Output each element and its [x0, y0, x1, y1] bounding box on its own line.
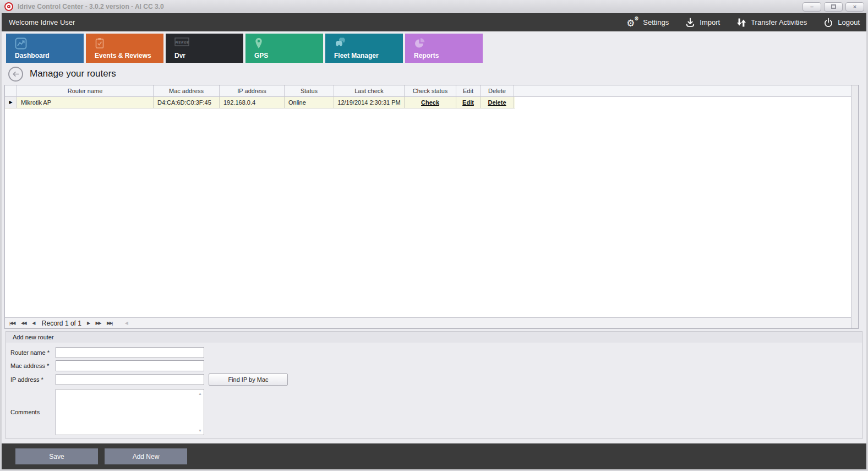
- svg-text:MERGE: MERGE: [175, 40, 189, 44]
- welcome-text: Welcome Idrive User: [9, 18, 75, 26]
- map-pin-icon: [254, 37, 263, 51]
- column-header-status[interactable]: Status: [285, 85, 334, 96]
- close-button[interactable]: ×: [845, 2, 864, 12]
- maximize-icon: [831, 4, 836, 9]
- vehicles-icon: [334, 37, 348, 50]
- ip-address-row: IP address * Find IP by Mac: [10, 373, 862, 386]
- scroll-down-icon[interactable]: ▼: [198, 429, 202, 432]
- line-chart-icon: [15, 37, 27, 52]
- grid-header-row: Router name Mac address IP address Statu…: [5, 85, 851, 97]
- table-row[interactable]: ▶ Mikrotik AP D4:CA:6D:C0:3F:45 192.168.…: [5, 97, 515, 109]
- close-icon: ×: [853, 4, 856, 10]
- column-header-edit[interactable]: Edit: [456, 85, 481, 96]
- check-link[interactable]: Check: [421, 99, 439, 106]
- comments-textarea-wrap: ▲ ▼: [56, 389, 204, 435]
- vertical-scrollbar[interactable]: [851, 85, 858, 328]
- cell-router-name: Mikrotik AP: [17, 97, 154, 108]
- cell-edit: Edit: [456, 97, 481, 108]
- column-header-indicator: [5, 85, 17, 96]
- delete-link[interactable]: Delete: [488, 99, 506, 106]
- tile-fleet-manager[interactable]: Fleet Manager: [325, 34, 403, 63]
- save-button[interactable]: Save: [15, 448, 98, 464]
- top-bar-actions: ⚙⚙ Settings Import Transfer Activities: [626, 17, 860, 28]
- pager-last-button[interactable]: ▶▶|: [107, 321, 112, 326]
- app-window: Idrive Control Center - 3.0.2 version - …: [0, 0, 868, 471]
- tile-dvr[interactable]: MERGE Dvr: [166, 34, 243, 63]
- edit-link[interactable]: Edit: [462, 99, 474, 106]
- cell-mac-address: D4:CA:6D:C0:3F:45: [154, 97, 220, 108]
- maximize-button[interactable]: [824, 2, 843, 12]
- app-logo-inner: [7, 5, 10, 8]
- add-router-groupbox: Add new router Router name * Mac address…: [6, 331, 862, 439]
- dvr-device-icon: MERGE: [174, 37, 189, 48]
- transfer-activities-button[interactable]: Transfer Activities: [736, 18, 807, 28]
- column-header-ip-address[interactable]: IP address: [220, 85, 285, 96]
- router-name-row: Router name *: [10, 347, 862, 358]
- column-header-check-status[interactable]: Check status: [405, 85, 456, 96]
- window-controls: – ×: [803, 2, 864, 12]
- comments-row: Comments ▲ ▼: [10, 389, 862, 435]
- scroll-up-icon[interactable]: ▲: [198, 392, 202, 396]
- ip-address-input[interactable]: [56, 374, 204, 385]
- comments-textarea[interactable]: [56, 389, 204, 435]
- groupbox-title: Add new router: [6, 332, 862, 343]
- hscroll-left-icon[interactable]: ◀: [125, 321, 128, 326]
- tile-dashboard-label: Dashboard: [15, 52, 50, 59]
- mac-address-label: Mac address *: [10, 362, 56, 369]
- cell-status: Online: [285, 97, 334, 108]
- form-section: Add new router Router name * Mac address…: [2, 329, 866, 443]
- page-title: Manage your routers: [30, 68, 116, 79]
- router-name-input[interactable]: [56, 347, 204, 358]
- column-header-router-name[interactable]: Router name: [17, 85, 154, 96]
- cell-delete: Delete: [481, 97, 514, 108]
- tile-reports-label: Reports: [414, 52, 439, 59]
- record-navigator: |◀◀ ◀◀ ◀ Record 1 of 1 ▶ ▶▶ ▶▶| ◀: [5, 317, 851, 328]
- column-header-filler: [514, 85, 851, 96]
- pager-record-text: Record 1 of 1: [42, 320, 81, 327]
- title-bar: Idrive Control Center - 3.0.2 version - …: [0, 0, 868, 13]
- grid-empty-area: [5, 109, 851, 317]
- app-logo-icon: [4, 2, 13, 11]
- cell-last-check: 12/19/2014 2:30:31 PM: [334, 97, 405, 108]
- mac-address-input[interactable]: [56, 360, 204, 371]
- minimize-icon: –: [810, 4, 814, 10]
- nav-tiles: Dashboard Events & Reviews MERGE Dvr GPS: [2, 31, 866, 63]
- tile-dashboard[interactable]: Dashboard: [6, 34, 84, 63]
- settings-button[interactable]: ⚙⚙ Settings: [626, 17, 669, 28]
- column-header-mac-address[interactable]: Mac address: [154, 85, 220, 96]
- logout-label: Logout: [838, 18, 860, 26]
- import-button[interactable]: Import: [685, 18, 720, 28]
- pie-chart-icon: [414, 37, 425, 51]
- transfer-activities-label: Transfer Activities: [751, 18, 807, 26]
- gears-icon: ⚙⚙: [626, 17, 638, 28]
- pager-next-page-button[interactable]: ▶▶: [96, 321, 101, 326]
- back-arrow-icon: [12, 70, 20, 78]
- pager-prev-button[interactable]: ◀: [32, 321, 35, 326]
- cell-check-status: Check: [405, 97, 456, 108]
- add-new-button[interactable]: Add New: [105, 448, 187, 464]
- footer-bar: Save Add New: [2, 443, 866, 469]
- window-title: Idrive Control Center - 3.0.2 version - …: [18, 3, 803, 10]
- pager-prev-page-button[interactable]: ◀◀: [21, 321, 26, 326]
- logout-button[interactable]: Logout: [823, 18, 860, 28]
- tile-reports[interactable]: Reports: [405, 34, 483, 63]
- power-icon: [823, 18, 833, 28]
- back-button[interactable]: [8, 67, 23, 82]
- row-indicator-cell: ▶: [5, 97, 17, 108]
- find-ip-by-mac-button[interactable]: Find IP by Mac: [209, 373, 288, 386]
- tile-gps[interactable]: GPS: [245, 34, 323, 63]
- column-header-last-check[interactable]: Last check: [334, 85, 405, 96]
- tile-events-reviews-label: Events & Reviews: [95, 52, 151, 59]
- minimize-button[interactable]: –: [803, 2, 821, 12]
- cell-ip-address: 192.168.0.4: [220, 97, 285, 108]
- column-header-delete[interactable]: Delete: [481, 85, 514, 96]
- tile-fleet-manager-label: Fleet Manager: [334, 52, 379, 59]
- page-header: Manage your routers: [2, 63, 866, 85]
- row-marker-icon: ▶: [9, 100, 12, 105]
- tile-events-reviews[interactable]: Events & Reviews: [86, 34, 163, 63]
- window-frame: Welcome Idrive User ⚙⚙ Settings Import: [0, 13, 868, 471]
- pager-first-button[interactable]: |◀◀: [9, 321, 15, 326]
- pager-next-button[interactable]: ▶: [87, 321, 90, 326]
- ip-address-label: IP address *: [10, 376, 56, 383]
- clipboard-check-icon: [95, 37, 105, 51]
